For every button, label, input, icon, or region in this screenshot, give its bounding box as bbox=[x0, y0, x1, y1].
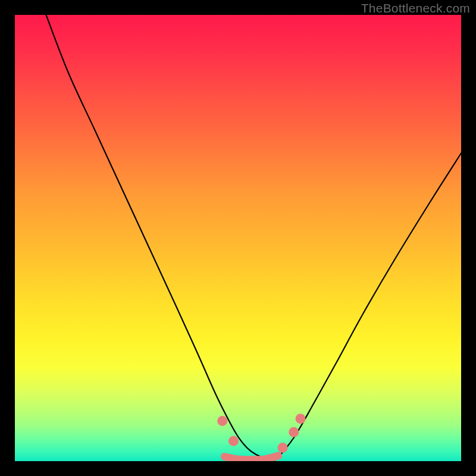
marker-left-marker-1 bbox=[217, 416, 227, 426]
marker-right-marker-1 bbox=[278, 443, 288, 453]
valley-stroke bbox=[225, 456, 278, 460]
marker-right-marker-2 bbox=[289, 427, 299, 437]
marker-left-marker-2 bbox=[228, 436, 239, 446]
chart-frame: TheBottleneck.com bbox=[0, 0, 476, 476]
plot-area bbox=[15, 15, 461, 461]
marker-right-marker-3 bbox=[296, 414, 306, 424]
curve-left-curve bbox=[46, 15, 274, 461]
curve-layer bbox=[15, 15, 461, 461]
curve-right-curve bbox=[274, 154, 461, 462]
watermark-text: TheBottleneck.com bbox=[361, 1, 470, 15]
